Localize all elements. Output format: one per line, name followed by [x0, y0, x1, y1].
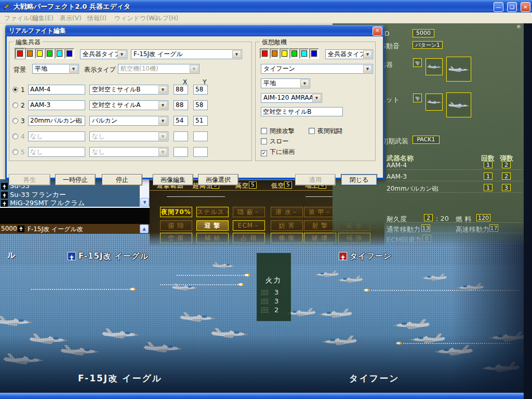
unit-thumb-small[interactable]: [413, 94, 422, 102]
chevron-down-icon[interactable]: ▼: [117, 50, 126, 58]
battle-button[interactable]: 射 撃: [304, 220, 336, 231]
color-swatch[interactable]: [280, 48, 289, 59]
selected-unit-bar[interactable]: 5000 F-15J改 イーグル改 ▲: [0, 224, 150, 234]
unit-list-item[interactable]: MiG-29SMT フルクラム: [1, 198, 139, 207]
durability-field[interactable]: 2: [424, 214, 433, 221]
unit-thumb-large[interactable]: [446, 92, 471, 117]
scroll-up-button[interactable]: ▲: [140, 224, 149, 233]
weapon-effect-dropdown[interactable]: バルカン▼: [89, 116, 168, 126]
image-select-button[interactable]: 画像選択: [198, 174, 238, 185]
background-dropdown[interactable]: 平地 ▼: [32, 64, 79, 74]
weapon-x-field[interactable]: 88: [174, 100, 188, 110]
enemy-type-filter-dropdown[interactable]: 全兵器タイプ ▼: [325, 49, 373, 59]
initial-armament-field[interactable]: PACK1: [413, 136, 440, 144]
weapon-thumb-medium[interactable]: [425, 58, 443, 75]
check-icon[interactable]: ✓: [261, 150, 267, 156]
draw-below-checkbox[interactable]: ✓下に描画: [261, 148, 295, 156]
weapon-y-field[interactable]: 58: [193, 100, 208, 110]
weapon-name-field[interactable]: 20mmバルカン砲: [28, 116, 85, 126]
battle-button[interactable]: 補 給: [196, 233, 229, 243]
weapon-effect-dropdown[interactable]: 空対空ミサイルB▼: [89, 85, 168, 95]
enemy-effect-field[interactable]: 空対空ミサイルB: [261, 107, 343, 116]
weapon-x-field[interactable]: 54: [174, 116, 188, 126]
battle-button[interactable]: 破 壊: [304, 233, 336, 243]
chevron-down-icon[interactable]: ▼: [312, 94, 321, 102]
window-titlebar[interactable]: 大戦略パーフェクト2.0 兵器エディタ — ❏ ✕: [0, 0, 532, 12]
id-value-field[interactable]: 5000: [413, 29, 434, 37]
battle-button[interactable]: 装 甲－: [304, 207, 336, 217]
enemy-weapon-dropdown[interactable]: AIM-120 AMRAAM ▼: [261, 93, 322, 103]
chevron-down-icon[interactable]: ▼: [300, 79, 309, 87]
indirect-attack-checkbox[interactable]: 間接攻撃: [261, 127, 295, 136]
color-swatch[interactable]: [35, 48, 45, 59]
menu-edit[interactable]: 編集(E): [32, 14, 54, 23]
battle-button[interactable]: 潜 水－: [271, 207, 303, 217]
weapon-thumb-large[interactable]: [446, 57, 471, 82]
weapon-name-field[interactable]: AAM-4: [28, 85, 85, 95]
chevron-down-icon[interactable]: ▼: [363, 65, 372, 73]
minimize-icon[interactable]: —: [494, 2, 503, 12]
chevron-down-icon[interactable]: ▼: [158, 86, 167, 94]
ecm-field[interactable]: 0: [422, 235, 431, 242]
battle-button[interactable]: 隠 蔽－: [233, 207, 265, 217]
edit-unit-dropdown[interactable]: F-15J改 イーグル ▼: [131, 49, 242, 59]
close-icon[interactable]: ✕: [521, 2, 530, 12]
night-battle-checkbox[interactable]: 夜間戦闘: [309, 127, 342, 136]
close-button[interactable]: 閉じる: [341, 174, 377, 185]
weapon-slot-radio[interactable]: [12, 118, 18, 124]
menu-help[interactable]: ヘルプ(H): [150, 14, 178, 23]
menu-view[interactable]: 表示(V): [60, 14, 82, 23]
weapon-slot-radio[interactable]: [12, 102, 18, 108]
battle-button[interactable]: 夜間70%: [160, 207, 192, 217]
checkbox-icon[interactable]: [261, 138, 267, 144]
color-swatch[interactable]: [309, 48, 319, 59]
weapon-thumb-small[interactable]: [413, 58, 422, 67]
color-swatch[interactable]: [45, 48, 55, 59]
weapon-count-field[interactable]: 1: [484, 161, 493, 168]
chevron-down-icon[interactable]: ▼: [232, 50, 241, 58]
weapon-y-field[interactable]: 51: [193, 116, 208, 126]
chevron-down-icon[interactable]: ▼: [69, 65, 78, 73]
checkbox-icon[interactable]: [309, 128, 315, 134]
checkbox-icon[interactable]: [261, 128, 267, 134]
scroll-down-button[interactable]: ▼: [140, 198, 149, 207]
battle-button[interactable]: 修 復: [271, 233, 303, 243]
weapon-slot-radio[interactable]: [12, 87, 18, 92]
fuel-field[interactable]: 120: [476, 214, 490, 221]
weapon-ammo-field[interactable]: 3: [502, 184, 511, 191]
color-swatch[interactable]: [299, 48, 309, 59]
color-swatch[interactable]: [289, 48, 299, 59]
weapon-count-field[interactable]: 1: [484, 172, 493, 180]
battle-button[interactable]: ステルス－: [196, 207, 229, 217]
pause-button[interactable]: 一時停止: [55, 174, 96, 185]
battle-button[interactable]: ECM－: [233, 220, 265, 231]
move-field[interactable]: 13: [421, 224, 430, 232]
move-sound-field[interactable]: パターン1: [413, 41, 443, 49]
fast-move-field[interactable]: 17: [489, 224, 498, 232]
image-edit-button[interactable]: 画像編集: [153, 174, 193, 185]
color-swatch[interactable]: [15, 48, 25, 59]
battle-button[interactable]: 迎 撃: [196, 220, 229, 231]
maximize-icon[interactable]: ❏: [507, 2, 517, 12]
color-swatch[interactable]: [260, 48, 270, 59]
chevron-down-icon[interactable]: ▼: [363, 50, 372, 58]
weapon-y-field[interactable]: 58: [193, 85, 208, 95]
unit-thumb-medium[interactable]: [425, 94, 443, 111]
slow-checkbox[interactable]: スロー: [261, 137, 289, 146]
color-swatch[interactable]: [270, 48, 280, 59]
dialog-titlebar[interactable]: リアルファイト編集 ✕: [5, 25, 384, 36]
color-swatch[interactable]: [55, 48, 64, 59]
weapon-name-field[interactable]: AAM-3: [28, 100, 85, 110]
weapon-ammo-field[interactable]: 2: [502, 172, 511, 180]
color-swatch[interactable]: [25, 48, 35, 59]
weapon-x-field[interactable]: 88: [174, 85, 188, 95]
chevron-down-icon[interactable]: ▼: [158, 101, 167, 109]
close-icon[interactable]: ✕: [373, 26, 382, 36]
enemy-terrain-dropdown[interactable]: 平地 ▼: [261, 78, 310, 88]
enemy-unit-dropdown[interactable]: タイフーン ▼: [261, 64, 373, 74]
battle-button[interactable]: 空 挺: [160, 233, 192, 243]
battle-button[interactable]: 妨 害: [271, 220, 303, 231]
weapon-ammo-field[interactable]: 2: [502, 161, 511, 168]
stop-button[interactable]: 停止: [102, 174, 142, 185]
chevron-down-icon[interactable]: ▼: [158, 117, 167, 125]
